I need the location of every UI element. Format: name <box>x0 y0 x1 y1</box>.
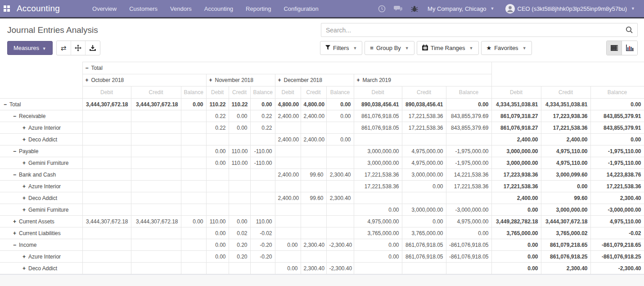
pivot-cell <box>250 192 275 204</box>
user-menu[interactable]: CEO (s3kt5tli8jhhk0p3lp255inp9m8y57bu) ▼ <box>500 4 640 14</box>
pivot-measure-header-debit[interactable]: Debit <box>206 86 229 99</box>
chevron-down-icon: ▼ <box>42 46 46 51</box>
pivot-measure-header-debit[interactable]: Debit <box>491 86 541 99</box>
pivot-measure-header-balance[interactable]: Balance <box>590 86 644 99</box>
app-brand[interactable]: Accounting <box>17 4 60 14</box>
pivot-row-header-azure-interior[interactable]: +Azure Interior <box>0 181 82 192</box>
pivot-row-header-azure-interior[interactable]: +Azure Interior <box>0 122 82 134</box>
pivot-measure-header-credit[interactable]: Credit <box>301 86 326 99</box>
pivot-cell <box>250 263 275 274</box>
apps-menu-icon[interactable] <box>4 5 10 12</box>
pivot-row-header-deco-addict[interactable]: +Deco Addict <box>0 192 82 204</box>
flip-axes-icon[interactable]: ⇄ <box>57 41 71 55</box>
nav-menu-overview[interactable]: Overview <box>86 0 123 18</box>
pivot-col-group-march-2019[interactable]: +March 2019 <box>354 74 491 86</box>
pivot-row-header-deco-addict[interactable]: +Deco Addict <box>0 134 82 145</box>
bug-icon[interactable] <box>411 5 418 13</box>
nav-menu-configuration[interactable]: Configuration <box>277 0 324 18</box>
pivot-col-total-header[interactable]: −Total <box>82 62 491 74</box>
pivot-col-group-november-2018[interactable]: +November 2018 <box>206 74 275 86</box>
pivot-cell: 4,975,000.00 <box>402 157 446 169</box>
search-icon[interactable] <box>621 26 637 34</box>
pivot-row-header-receivable[interactable]: −Receivable <box>0 110 82 122</box>
pivot-view-button[interactable] <box>607 41 622 55</box>
download-icon[interactable] <box>86 41 100 55</box>
pivot-measure-header-debit[interactable]: Debit <box>82 86 131 99</box>
pivot-measure-header-balance[interactable]: Balance <box>326 86 354 99</box>
pivot-row-header-total[interactable]: −Total <box>0 99 82 110</box>
pivot-row-header-gemini-furniture[interactable]: +Gemini Furniture <box>0 204 82 216</box>
pivot-measure-header-balance[interactable]: Balance <box>446 86 491 99</box>
row-label: Azure Interior <box>28 125 61 131</box>
content-bottom-padding <box>0 274 644 286</box>
pivot-row: +Deco Addict0.002,300.40-2,300.400.002,3… <box>0 263 644 274</box>
pivot-cell: 0.00 <box>541 181 590 192</box>
nav-menu-customers[interactable]: Customers <box>123 0 164 18</box>
pivot-cell: 0.00 <box>354 204 402 216</box>
pivot-measure-header-balance[interactable]: Balance <box>250 86 275 99</box>
company-switcher[interactable]: My Company, Chicago ▼ <box>422 5 500 12</box>
pivot-cell <box>275 251 301 263</box>
pivot-cell: 17,221,538.36 <box>446 181 491 192</box>
pivot-measure-header-credit[interactable]: Credit <box>131 86 181 99</box>
pivot-cell <box>131 110 181 122</box>
pivot-col-group-october-2018[interactable]: +October 2018 <box>82 74 206 86</box>
search-input[interactable] <box>321 27 621 34</box>
pivot-cell: 3,000,000.00 <box>491 145 541 157</box>
pivot-cell <box>131 169 181 181</box>
pivot-measure-header-credit[interactable]: Credit <box>402 86 446 99</box>
pivot-measure-header-credit[interactable]: Credit <box>229 86 250 99</box>
pivot-cell: 3,000,000.00 <box>491 157 541 169</box>
pivot-row-header-deco-addict[interactable]: +Deco Addict <box>0 263 82 274</box>
pivot-row-header-income[interactable]: −Income <box>0 239 82 251</box>
pivot-cell: 17,221,538.36 <box>354 181 402 192</box>
pivot-cell: -1,975,110.00 <box>590 145 644 157</box>
pivot-cell: 4,800.00 <box>275 99 301 110</box>
clock-icon[interactable] <box>378 5 386 13</box>
pivot-row: +Gemini Furniture0.00110.00-110.003,000,… <box>0 157 644 169</box>
pivot-measure-header-balance[interactable]: Balance <box>181 86 206 99</box>
pivot-cell: 0.22 <box>206 122 229 134</box>
pivot-cell <box>181 181 206 192</box>
nav-menu-vendors[interactable]: Vendors <box>164 0 198 18</box>
group-by-button[interactable]: ≡ Group By ▼ <box>365 41 414 55</box>
pivot-cell: 0.20 <box>229 251 250 263</box>
pivot-row-header-gemini-furniture[interactable]: +Gemini Furniture <box>0 157 82 169</box>
pivot-row-header-current-assets[interactable]: +Current Assets <box>0 216 82 227</box>
pivot-row-header-current-liabilities[interactable]: +Current Liabilities <box>0 227 82 239</box>
pivot-row-header-payable[interactable]: −Payable <box>0 145 82 157</box>
pivot-cell: 4,334,351,038.81 <box>541 99 590 110</box>
pivot-cell <box>326 204 354 216</box>
pivot-cell: 0.00 <box>229 110 250 122</box>
time-ranges-button[interactable]: Time Ranges ▼ <box>417 41 479 55</box>
pivot-cell <box>131 122 181 134</box>
pivot-row-header-azure-interior[interactable]: +Azure Interior <box>0 251 82 263</box>
control-panel: Journal Entries Analysis Measures ▼ ⇄ <box>0 18 644 59</box>
chat-icon[interactable] <box>394 5 403 12</box>
pivot-col-group-december-2018[interactable]: +December 2018 <box>275 74 354 86</box>
expand-all-icon[interactable] <box>71 41 86 55</box>
pivot-cell: 2,300.40 <box>590 192 644 204</box>
pivot-cell: 0.22 <box>250 122 275 134</box>
pivot-cell <box>229 192 250 204</box>
pivot-cell <box>131 134 181 145</box>
pivot-cell: 861,076,918.05 <box>402 239 446 251</box>
pivot-cell: -1,975,000.00 <box>446 145 491 157</box>
graph-view-button[interactable] <box>622 41 637 55</box>
favorites-button[interactable]: ★ Favorites ▼ <box>481 41 532 55</box>
pivot-measure-header-debit[interactable]: Debit <box>354 86 402 99</box>
pivot-cell <box>181 169 206 181</box>
measures-button[interactable]: Measures ▼ <box>7 41 53 55</box>
pivot-row-header-bank-and-cash[interactable]: −Bank and Cash <box>0 169 82 181</box>
filters-button[interactable]: Filters ▼ <box>320 41 362 55</box>
pivot-cell: 99.60 <box>301 192 326 204</box>
pivot-row: −Bank and Cash2,400.0099.602,300.4017,22… <box>0 169 644 181</box>
pivot-cell: -3,000,000.00 <box>446 204 491 216</box>
pivot-measure-header-debit[interactable]: Debit <box>275 86 301 99</box>
pivot-cell <box>250 181 275 192</box>
nav-menu-reporting[interactable]: Reporting <box>239 0 277 18</box>
pivot-measure-header-credit[interactable]: Credit <box>541 86 590 99</box>
row-label: Azure Interior <box>28 254 61 260</box>
pivot-cell <box>301 157 326 169</box>
nav-menu-accounting[interactable]: Accounting <box>198 0 239 18</box>
